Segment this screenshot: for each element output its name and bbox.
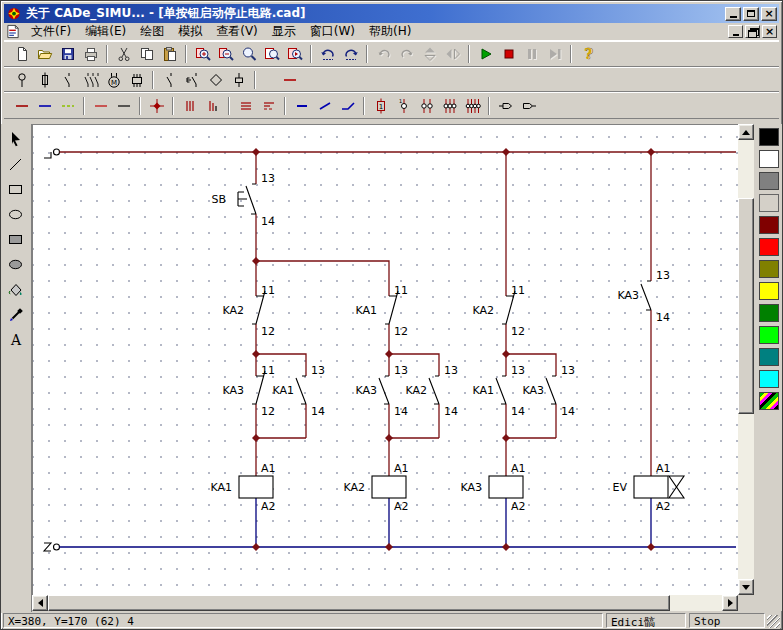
color-swatch-dark-red[interactable] xyxy=(759,216,779,234)
color-swatch-custom[interactable] xyxy=(759,392,779,410)
input-connector-button[interactable] xyxy=(494,95,517,117)
rotate-right-button[interactable] xyxy=(395,43,418,65)
color-swatch-black[interactable] xyxy=(759,128,779,146)
red-line-button[interactable] xyxy=(89,95,112,117)
color-swatch-white[interactable] xyxy=(759,150,779,168)
terminal-double-button[interactable] xyxy=(415,95,438,117)
red-wire-button[interactable] xyxy=(278,69,301,91)
fuse-button[interactable] xyxy=(33,69,56,91)
color-swatch-teal[interactable] xyxy=(759,348,779,366)
blue-wire-button[interactable] xyxy=(33,95,56,117)
color-swatch-olive[interactable] xyxy=(759,260,779,278)
power-source-button[interactable] xyxy=(10,69,33,91)
color-swatch-cyan[interactable] xyxy=(759,370,779,388)
filled-rectangle-tool[interactable] xyxy=(3,227,30,252)
vertical-lines-small-button[interactable] xyxy=(201,95,224,117)
rung3-wires[interactable] xyxy=(506,152,556,476)
simulate-step-button[interactable] xyxy=(543,43,566,65)
filled-ellipse-tool[interactable] xyxy=(3,252,30,277)
document-icon[interactable] xyxy=(5,24,21,39)
simulate-stop-button[interactable] xyxy=(497,43,520,65)
horizontal-scrollbar[interactable] xyxy=(32,595,738,611)
rung1-wires[interactable] xyxy=(256,152,306,476)
black-line-button[interactable] xyxy=(112,95,135,117)
terminal-block-button[interactable] xyxy=(227,69,250,91)
zoom-button[interactable] xyxy=(237,43,260,65)
blue-diagonal-button[interactable] xyxy=(313,95,336,117)
menu-view[interactable]: 查看(V) xyxy=(209,22,265,41)
zoom-out-button[interactable] xyxy=(214,43,237,65)
no-contact-r4[interactable] xyxy=(641,281,651,310)
terminal-single-button[interactable]: 1 xyxy=(392,95,415,117)
green-dashed-wire-button[interactable] xyxy=(56,95,79,117)
horizontal-lines-dashed-button[interactable] xyxy=(257,95,280,117)
maximize-button[interactable] xyxy=(743,7,759,21)
flip-vertical-button[interactable] xyxy=(418,43,441,65)
menu-window[interactable]: 窗口(W) xyxy=(303,22,362,41)
line-tool[interactable] xyxy=(3,152,30,177)
print-button[interactable] xyxy=(79,43,102,65)
picker-tool[interactable] xyxy=(3,302,30,327)
color-swatch-red[interactable] xyxy=(759,238,779,256)
motor-button[interactable]: M xyxy=(102,69,125,91)
pushbutton-sb[interactable] xyxy=(238,184,256,214)
simulate-pause-button[interactable] xyxy=(520,43,543,65)
terminal-quad-button[interactable] xyxy=(461,95,484,117)
plc-module-button[interactable] xyxy=(125,69,148,91)
diamond-element-button[interactable] xyxy=(204,69,227,91)
aux-contact-button[interactable] xyxy=(158,69,181,91)
flip-horizontal-button[interactable] xyxy=(441,43,464,65)
copy-button[interactable] xyxy=(135,43,158,65)
horizontal-scroll-thumb[interactable] xyxy=(48,595,670,611)
zoom-in-button[interactable] xyxy=(191,43,214,65)
three-pole-switch-button[interactable] xyxy=(79,69,102,91)
ellipse-tool[interactable] xyxy=(3,202,30,227)
cut-button[interactable] xyxy=(112,43,135,65)
no-contact-r1-right[interactable] xyxy=(296,376,306,404)
undo-button[interactable] xyxy=(316,43,339,65)
minimize-button[interactable] xyxy=(725,7,741,21)
menu-display[interactable]: 显示 xyxy=(265,22,303,41)
child-minimize-button[interactable] xyxy=(728,25,743,38)
new-button[interactable] xyxy=(10,43,33,65)
solenoid-valve-ev[interactable] xyxy=(634,476,684,498)
zoom-all-button[interactable] xyxy=(283,43,306,65)
terminal-triple-button[interactable] xyxy=(438,95,461,117)
no-contact-r3-right[interactable] xyxy=(546,376,556,404)
color-swatch-yellow[interactable] xyxy=(759,282,779,300)
text-tool[interactable]: A xyxy=(3,327,30,352)
relay-coil-ka1[interactable] xyxy=(239,476,273,498)
simulate-play-button[interactable] xyxy=(474,43,497,65)
contact-button[interactable] xyxy=(56,69,79,91)
child-restore-button[interactable] xyxy=(745,25,760,38)
numbered-box-button[interactable]: 1 xyxy=(369,95,392,117)
color-swatch-gray[interactable] xyxy=(759,172,779,190)
no-contact-r2-right[interactable] xyxy=(429,376,439,404)
blue-segment-button[interactable] xyxy=(290,95,313,117)
top-rail[interactable] xyxy=(44,149,736,158)
select-tool[interactable] xyxy=(3,127,30,152)
scroll-down-button[interactable] xyxy=(738,579,754,595)
menu-help[interactable]: 帮助(H) xyxy=(362,22,418,41)
fill-tool[interactable] xyxy=(3,277,30,302)
child-close-button[interactable]: × xyxy=(762,25,777,38)
rung2-wires[interactable] xyxy=(256,261,439,476)
paste-button[interactable] xyxy=(158,43,181,65)
save-button[interactable] xyxy=(56,43,79,65)
scroll-up-button[interactable] xyxy=(738,124,754,140)
output-connector-button[interactable] xyxy=(517,95,540,117)
no-contact-r3-left[interactable] xyxy=(496,376,506,404)
pushbutton-contact-button[interactable] xyxy=(181,69,204,91)
rectangle-tool[interactable] xyxy=(3,177,30,202)
schematic-canvas[interactable]: SB 13 14 KA2 11 12 KA3 11 12 KA1 13 14 xyxy=(32,124,738,595)
color-swatch-none[interactable] xyxy=(759,194,779,212)
red-wire-button[interactable] xyxy=(10,95,33,117)
vertical-scrollbar[interactable] xyxy=(738,124,754,595)
vertical-lines-button[interactable] xyxy=(178,95,201,117)
open-button[interactable] xyxy=(33,43,56,65)
horizontal-lines-button[interactable] xyxy=(234,95,257,117)
menu-simulate[interactable]: 模拟 xyxy=(171,22,209,41)
color-swatch-dark-green[interactable] xyxy=(759,304,779,322)
zoom-page-button[interactable] xyxy=(260,43,283,65)
relay-coil-ka3[interactable] xyxy=(489,476,523,498)
